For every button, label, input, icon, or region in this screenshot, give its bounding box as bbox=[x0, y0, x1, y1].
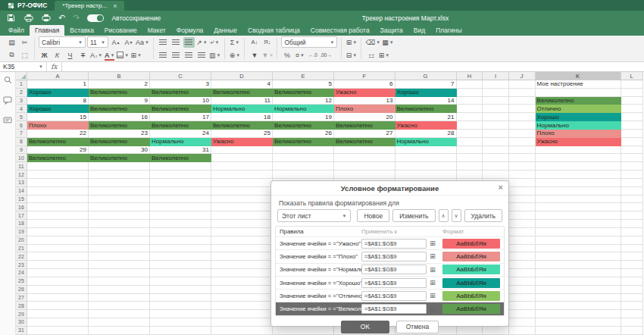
cell-F11[interactable] bbox=[334, 162, 395, 171]
cell-B8[interactable]: Великолепно bbox=[89, 138, 150, 146]
cell-B22[interactable] bbox=[89, 252, 150, 261]
cell-A13[interactable] bbox=[27, 179, 89, 187]
cell-K21[interactable] bbox=[536, 245, 621, 253]
cell-K30[interactable] bbox=[536, 318, 621, 327]
cell-C8[interactable]: Нормально bbox=[150, 138, 211, 146]
cell-J26[interactable] bbox=[509, 286, 536, 294]
cell-L1[interactable] bbox=[621, 80, 643, 89]
decrease-decimal-button[interactable]: ←.0 bbox=[307, 50, 318, 61]
copy-style-button[interactable]: ⬚ bbox=[19, 50, 30, 61]
cell-D10[interactable] bbox=[211, 154, 273, 162]
cell-L28[interactable] bbox=[621, 302, 643, 310]
align-left-button[interactable] bbox=[158, 50, 169, 61]
cell-J17[interactable] bbox=[509, 211, 536, 220]
cell-L3[interactable] bbox=[621, 97, 643, 105]
cell-D4[interactable]: Нормально bbox=[211, 105, 273, 113]
row-header-9[interactable]: 9 bbox=[16, 146, 27, 155]
cell-G1[interactable]: 7 bbox=[395, 80, 457, 89]
cell-K22[interactable] bbox=[536, 252, 621, 261]
cell-A31[interactable] bbox=[27, 327, 89, 335]
row-header-13[interactable]: 13 bbox=[16, 179, 27, 187]
bold-button[interactable]: Ж bbox=[39, 50, 50, 61]
rule-row-5[interactable]: Значение ячейки = ="Отлично"=$A$1:$G$9⊞А… bbox=[276, 289, 504, 302]
font-size-select[interactable]: 11▼ bbox=[87, 36, 108, 48]
cell-I11[interactable] bbox=[483, 162, 509, 171]
cell-A7[interactable]: 22 bbox=[27, 130, 89, 138]
cell-L24[interactable] bbox=[621, 269, 643, 277]
cell-C27[interactable] bbox=[150, 294, 211, 302]
cell-C11[interactable] bbox=[150, 162, 211, 171]
strikethrough-button[interactable]: Ŧ bbox=[77, 50, 89, 61]
orientation-button[interactable]: ↗▼ bbox=[196, 37, 208, 48]
cell-K8[interactable]: Ужасно bbox=[536, 138, 621, 146]
fill-color-button[interactable]: ▼ bbox=[117, 50, 129, 61]
cell-D25[interactable] bbox=[211, 277, 273, 286]
currency-style-button[interactable]: ¤▼ bbox=[294, 50, 305, 61]
cell-H6[interactable] bbox=[457, 121, 483, 130]
cell-E1[interactable]: 5 bbox=[273, 80, 334, 89]
row-header-27[interactable]: 27 bbox=[16, 294, 27, 302]
row-header-14[interactable]: 14 bbox=[16, 187, 27, 196]
cell-A26[interactable] bbox=[27, 286, 89, 294]
cell-B16[interactable] bbox=[89, 203, 150, 211]
cell-A10[interactable]: Великолепно bbox=[27, 154, 89, 162]
cell-I7[interactable] bbox=[483, 130, 509, 138]
cell-C3[interactable]: 10 bbox=[150, 97, 211, 105]
cell-L5[interactable] bbox=[621, 113, 643, 121]
new-rule-button[interactable]: Новое bbox=[357, 209, 389, 222]
cell-A23[interactable] bbox=[27, 261, 89, 269]
menu-tab-Вид[interactable]: Вид bbox=[408, 25, 430, 36]
cell-L27[interactable] bbox=[621, 294, 643, 302]
cell-K10[interactable] bbox=[536, 154, 621, 162]
rule-row-6[interactable]: Значение ячейки = ="Великолепно"=$A$1:$G… bbox=[276, 302, 504, 315]
cell-G5[interactable]: 21 bbox=[395, 113, 457, 121]
cell-J4[interactable] bbox=[509, 105, 536, 113]
cell-A25[interactable] bbox=[27, 277, 89, 286]
cell-D17[interactable] bbox=[211, 211, 273, 220]
cell-G10[interactable] bbox=[395, 154, 457, 162]
cell-A15[interactable] bbox=[27, 196, 89, 204]
cell-K7[interactable]: Плохо bbox=[536, 130, 621, 138]
cell-J5[interactable] bbox=[509, 113, 536, 121]
row-header-11[interactable]: 11 bbox=[16, 162, 27, 171]
cell-L23[interactable] bbox=[621, 261, 643, 269]
select-range-icon[interactable]: ⊞ bbox=[428, 305, 437, 313]
cell-K31[interactable] bbox=[536, 327, 621, 335]
cell-L25[interactable] bbox=[621, 277, 643, 286]
cell-K18[interactable] bbox=[536, 220, 621, 228]
cell-A21[interactable] bbox=[27, 245, 89, 253]
cell-A5[interactable]: 15 bbox=[27, 113, 89, 121]
column-header-A[interactable]: A bbox=[27, 72, 89, 80]
cell-F9[interactable] bbox=[334, 146, 395, 155]
cell-K5[interactable]: Хорошо bbox=[536, 113, 621, 121]
cell-G2[interactable]: Хорошо bbox=[395, 89, 457, 97]
cell-B31[interactable] bbox=[89, 327, 150, 335]
cell-I1[interactable] bbox=[483, 80, 509, 89]
font-color-button[interactable]: A▼ bbox=[104, 50, 115, 61]
cell-K2[interactable] bbox=[536, 89, 621, 97]
column-header-C[interactable]: C bbox=[150, 72, 211, 80]
cell-G11[interactable] bbox=[395, 162, 457, 171]
cell-G3[interactable]: 14 bbox=[395, 97, 457, 105]
rule-range-input[interactable]: =$A$1:$G$9 bbox=[361, 265, 427, 274]
cell-E12[interactable] bbox=[273, 171, 334, 179]
cell-L11[interactable] bbox=[621, 162, 643, 171]
cell-L18[interactable] bbox=[621, 220, 643, 228]
row-header-22[interactable]: 22 bbox=[16, 252, 27, 261]
cancel-button[interactable]: Отмена bbox=[396, 321, 439, 333]
cell-J12[interactable] bbox=[509, 171, 536, 179]
cell-J21[interactable] bbox=[509, 245, 536, 253]
cell-F7[interactable]: 27 bbox=[334, 130, 395, 138]
font-name-select[interactable]: Calibri▼ bbox=[39, 36, 86, 48]
rule-range-input[interactable]: =$A$1:$G$9 bbox=[361, 304, 427, 314]
cell-K13[interactable] bbox=[536, 179, 621, 187]
cell-B28[interactable] bbox=[89, 302, 150, 310]
cell-K24[interactable] bbox=[536, 269, 621, 277]
cell-E4[interactable]: Нормально bbox=[273, 105, 334, 113]
cell-C26[interactable] bbox=[150, 286, 211, 294]
undo-button[interactable]: ↶ bbox=[58, 14, 65, 22]
cell-D13[interactable] bbox=[211, 179, 273, 187]
rule-row-2[interactable]: Значение ячейки = ="Плохо"=$A$1:$G$9⊞АаВ… bbox=[276, 249, 504, 262]
underline-button[interactable]: Ч bbox=[64, 50, 76, 61]
cell-D2[interactable]: Великолепно bbox=[211, 89, 273, 97]
